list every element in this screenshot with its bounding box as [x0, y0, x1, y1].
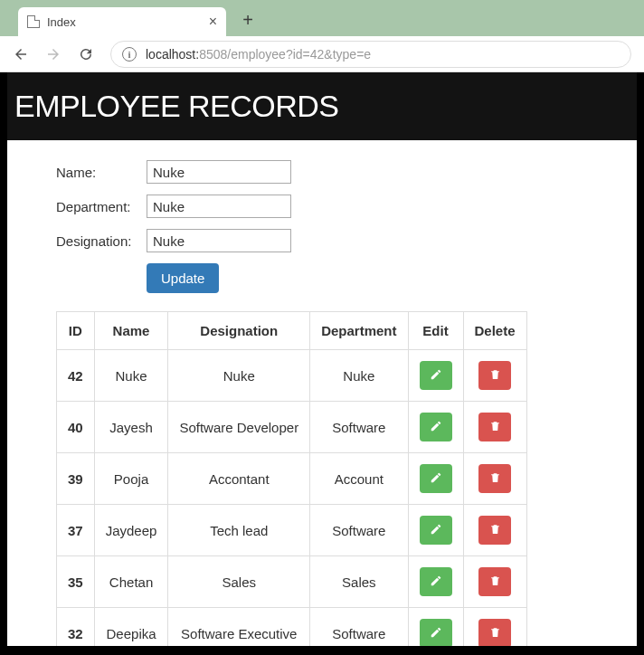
- name-input[interactable]: [147, 160, 291, 184]
- employee-table: ID Name Designation Department Edit Dele…: [56, 311, 527, 646]
- info-icon[interactable]: i: [122, 47, 137, 62]
- edit-icon: [430, 471, 442, 487]
- cell-name: Pooja: [94, 453, 168, 505]
- cell-delete: [463, 453, 526, 505]
- table-row: 42NukeNukeNuke: [57, 350, 527, 402]
- url-path: /employee?id=42&type=e: [227, 47, 371, 62]
- edit-button[interactable]: [420, 361, 452, 390]
- cell-designation: Software Developer: [168, 402, 310, 453]
- update-button[interactable]: Update: [147, 263, 219, 293]
- browser-tab[interactable]: Index ×: [18, 7, 226, 36]
- cell-department: Nuke: [310, 350, 408, 402]
- trash-icon: [489, 471, 501, 487]
- cell-delete: [463, 608, 526, 647]
- cell-edit: [408, 608, 463, 647]
- delete-button[interactable]: [478, 619, 511, 646]
- cell-name: Jaydeep: [94, 505, 168, 556]
- trash-icon: [489, 368, 501, 384]
- col-edit: Edit: [408, 312, 463, 350]
- cell-designation: Accontant: [168, 453, 310, 505]
- page: EMPLOYEE RECORDS Name: Department: Desig…: [7, 72, 637, 646]
- edit-icon: [430, 368, 442, 384]
- edit-button[interactable]: [420, 413, 452, 441]
- reload-button[interactable]: [78, 46, 94, 62]
- cell-designation: Sales: [168, 556, 310, 608]
- designation-label: Designation:: [56, 233, 147, 249]
- cell-id: 37: [57, 505, 95, 556]
- designation-input[interactable]: [147, 229, 291, 252]
- edit-button[interactable]: [420, 516, 452, 545]
- trash-icon: [489, 574, 501, 590]
- tab-strip: Index × +: [0, 0, 644, 36]
- edit-button[interactable]: [420, 619, 452, 646]
- cell-edit: [408, 350, 463, 402]
- browser-toolbar: i localhost:8508/employee?id=42&type=e: [0, 36, 644, 72]
- cell-department: Software: [310, 608, 408, 647]
- content: Name: Department: Designation: Update ID…: [7, 140, 637, 646]
- table-header-row: ID Name Designation Department Edit Dele…: [57, 312, 527, 350]
- table-row: 39PoojaAccontantAccount: [57, 453, 527, 505]
- form-row-department: Department:: [56, 195, 588, 218]
- page-header: EMPLOYEE RECORDS: [7, 72, 637, 140]
- cell-delete: [463, 556, 526, 608]
- cell-id: 42: [57, 350, 95, 402]
- back-button[interactable]: [13, 46, 29, 62]
- tab-title: Index: [47, 15, 76, 29]
- address-bar[interactable]: i localhost:8508/employee?id=42&type=e: [110, 41, 631, 68]
- table-row: 35ChetanSalesSales: [57, 556, 527, 608]
- cell-edit: [408, 505, 463, 556]
- cell-department: Software: [310, 402, 408, 453]
- trash-icon: [489, 420, 501, 435]
- cell-designation: Nuke: [168, 350, 310, 402]
- cell-department: Software: [310, 505, 408, 556]
- url-port: 8508: [199, 47, 227, 62]
- delete-button[interactable]: [478, 413, 511, 441]
- cell-delete: [463, 350, 526, 402]
- edit-button[interactable]: [420, 567, 452, 596]
- delete-button[interactable]: [478, 464, 511, 493]
- cell-name: Jayesh: [94, 402, 168, 453]
- edit-icon: [430, 626, 442, 641]
- department-input[interactable]: [147, 195, 291, 218]
- edit-icon: [430, 574, 442, 590]
- form-row-name: Name:: [56, 160, 588, 184]
- cell-id: 40: [57, 402, 95, 453]
- delete-button[interactable]: [478, 567, 511, 596]
- trash-icon: [489, 523, 501, 538]
- cell-name: Nuke: [94, 350, 168, 402]
- name-label: Name:: [56, 165, 147, 180]
- url-host: localhost:: [146, 47, 199, 62]
- delete-button[interactable]: [478, 516, 511, 545]
- new-tab-button[interactable]: +: [237, 9, 259, 31]
- delete-button[interactable]: [478, 361, 511, 390]
- trash-icon: [489, 626, 501, 641]
- cell-edit: [408, 556, 463, 608]
- cell-designation: Software Executive: [168, 608, 310, 647]
- cell-designation: Tech lead: [168, 505, 310, 556]
- cell-delete: [463, 402, 526, 453]
- department-label: Department:: [56, 199, 147, 214]
- cell-department: Sales: [310, 556, 408, 608]
- col-department: Department: [310, 312, 408, 350]
- table-row: 40JayeshSoftware DeveloperSoftware: [57, 402, 527, 453]
- cell-id: 39: [57, 453, 95, 505]
- edit-button[interactable]: [420, 464, 452, 493]
- edit-icon: [430, 420, 442, 435]
- cell-edit: [408, 453, 463, 505]
- col-designation: Designation: [168, 312, 310, 350]
- form-row-designation: Designation:: [56, 229, 588, 252]
- col-name: Name: [94, 312, 168, 350]
- page-title: EMPLOYEE RECORDS: [14, 89, 630, 124]
- cell-department: Account: [310, 453, 408, 505]
- close-icon[interactable]: ×: [209, 14, 217, 30]
- cell-name: Chetan: [94, 556, 168, 608]
- cell-id: 32: [57, 608, 95, 647]
- forward-button[interactable]: [45, 46, 62, 62]
- table-row: 32DeepikaSoftware ExecutiveSoftware: [57, 608, 527, 647]
- col-delete: Delete: [463, 312, 526, 350]
- url-text: localhost:8508/employee?id=42&type=e: [146, 47, 371, 62]
- cell-id: 35: [57, 556, 95, 608]
- edit-icon: [430, 523, 442, 538]
- table-row: 37JaydeepTech leadSoftware: [57, 505, 527, 556]
- cell-name: Deepika: [94, 608, 168, 647]
